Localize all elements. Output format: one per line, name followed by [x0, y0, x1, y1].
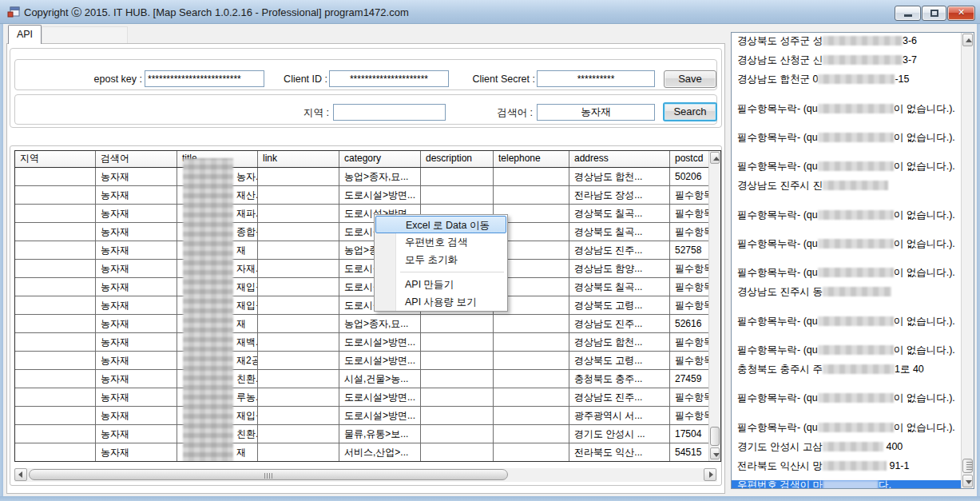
log-item-blank[interactable] — [732, 220, 961, 229]
grid-cell-tel[interactable] — [494, 407, 569, 425]
grid-row[interactable]: 농자재재서비스,산업>...전라북도 익산...54515 — [15, 443, 708, 461]
grid-row[interactable]: 농자재재입구도로시설>방면...경상북도 칠곡...필수항목누락 — [15, 278, 708, 296]
grid-cell-addr[interactable]: 경상북도 고령... — [569, 352, 670, 370]
grid-column-header-geo[interactable]: 지역 — [15, 151, 96, 167]
grid-vscroll-thumb[interactable] — [710, 427, 720, 446]
grid-cell-post[interactable]: 필수항목누락 — [670, 186, 708, 205]
grid-cell-addr[interactable]: 경상북도 칠곡... — [569, 223, 670, 241]
log-item[interactable]: 경상남도 산청군 신3-7 — [732, 55, 961, 65]
log-item-blank[interactable] — [732, 374, 961, 384]
grid-cell-kw[interactable]: 농자재 — [96, 278, 177, 296]
log-item[interactable]: 필수항목누락- (qu이 없습니다.). — [732, 345, 961, 355]
log-item[interactable]: 우편번호 검색이 마다. — [732, 480, 961, 489]
grid-cell-desc[interactable] — [421, 352, 494, 370]
log-vscroll-thumb[interactable] — [962, 459, 973, 473]
grid-column-header-tel[interactable]: telephone — [494, 151, 569, 167]
log-vscroll-up-button[interactable] — [962, 34, 973, 46]
minimize-button[interactable] — [895, 6, 921, 21]
grid-cell-geo[interactable] — [15, 388, 96, 407]
grid-row[interactable]: 농자재재입구도로시설>방면...광주광역시 서...필수항목누락 — [15, 407, 708, 425]
grid-cell-desc[interactable] — [421, 333, 494, 352]
grid-cell-kw[interactable]: 농자재 — [96, 425, 177, 443]
grid-cell-cat[interactable]: 농업>종자,묘... — [339, 168, 421, 186]
grid-cell-geo[interactable] — [15, 407, 96, 425]
grid-cell-addr[interactable]: 경상남도 진주... — [569, 388, 670, 407]
grid-column-header-desc[interactable]: description — [421, 151, 494, 167]
grid-cell-post[interactable]: 필수항목누락 — [670, 407, 708, 425]
grid-cell-addr[interactable]: 경상남도 합천... — [569, 168, 670, 186]
log-item[interactable]: 경상남도 진주시 진 — [732, 181, 961, 190]
log-vscroll-down-button[interactable] — [962, 475, 973, 487]
grid-cell-link[interactable] — [258, 241, 339, 260]
epost-key-field[interactable] — [145, 70, 264, 87]
grid-cell-geo[interactable] — [15, 168, 96, 186]
grid-cell-geo[interactable] — [15, 370, 96, 388]
grid-cell-kw[interactable]: 농자재 — [96, 241, 177, 260]
grid-cell-post[interactable]: 필수항목누락 — [670, 333, 708, 352]
log-listbox[interactable]: 경상북도 성주군 성3-6경상남도 산청군 신3-7경상남도 합천군 0-15필… — [731, 32, 974, 489]
grid-row[interactable]: 농자재재농업>종자,묘...경상남도 진주...52616 — [15, 315, 708, 333]
grid-row[interactable]: 농자재재산...도로시설>방면...전라남도 장성...필수항목누락 — [15, 186, 708, 205]
grid-cell-desc[interactable] — [421, 370, 494, 388]
log-item-blank[interactable] — [732, 113, 961, 123]
grid-cell-kw[interactable]: 농자재 — [96, 352, 177, 370]
grid-cell-cat[interactable]: 도로시설>방면... — [339, 352, 421, 370]
grid-cell-post[interactable]: 필수항목누락 — [670, 296, 708, 315]
log-item[interactable]: 필수항목누락- (qu이 없습니다.). — [732, 210, 961, 220]
grid-cell-addr[interactable]: 경상북도 칠곡... — [569, 278, 670, 296]
grid-cell-desc[interactable] — [421, 407, 494, 425]
grid-cell-geo[interactable] — [15, 352, 96, 370]
grid-cell-link[interactable] — [258, 333, 339, 352]
grid-cell-addr[interactable]: 경상북도 칠곡... — [569, 205, 670, 223]
grid-cell-post[interactable]: 17504 — [670, 425, 708, 443]
grid-cell-geo[interactable] — [15, 278, 96, 296]
menu-item-excel-export[interactable]: Excel 로 Data 이동 — [375, 216, 506, 233]
grid-cell-cat[interactable]: 도로시설>방면... — [339, 388, 421, 407]
grid-cell-addr[interactable]: 충청북도 충주... — [569, 370, 670, 388]
grid-cell-post[interactable]: 52758 — [670, 241, 708, 260]
grid-cell-cat[interactable]: 물류,유통>보... — [339, 425, 421, 443]
log-item[interactable]: 경상남도 진주시 동 — [732, 287, 961, 296]
grid-cell-link[interactable] — [258, 407, 339, 425]
grid-cell-geo[interactable] — [15, 315, 96, 333]
grid-cell-desc[interactable] — [421, 425, 494, 443]
grid-cell-tel[interactable] — [494, 370, 569, 388]
grid-row[interactable]: 농자재재농업>종자,묘...경상남도 진주...52758 — [15, 241, 708, 260]
log-item[interactable]: 필수항목누락- (qu이 없습니다.). — [732, 316, 961, 326]
close-button[interactable]: ✕ — [947, 6, 975, 21]
grid-cell-kw[interactable]: 농자재 — [96, 388, 177, 407]
grid-cell-addr[interactable]: 광주광역시 서... — [569, 407, 670, 425]
grid-cell-tel[interactable] — [494, 186, 569, 205]
grid-cell-link[interactable] — [258, 315, 339, 333]
grid-vscrollbar[interactable] — [708, 151, 720, 461]
log-item[interactable]: 경상남도 합천군 0-15 — [732, 74, 961, 84]
grid-row[interactable]: 농자재친환...시설,건물>농...충청북도 충주...27459 — [15, 370, 708, 388]
grid-cell-post[interactable]: 50206 — [670, 168, 708, 186]
grid-cell-desc[interactable] — [421, 186, 494, 205]
maximize-button[interactable] — [922, 6, 946, 21]
grid-cell-addr[interactable]: 경상북도 고령... — [569, 296, 670, 315]
grid-cell-desc[interactable] — [421, 443, 494, 461]
grid-hscrollbar[interactable] — [14, 468, 717, 482]
grid-cell-post[interactable]: 필수항목누락 — [670, 278, 708, 296]
grid-vscroll-up-button[interactable] — [710, 152, 720, 164]
grid-cell-addr[interactable]: 경상남도 합천... — [569, 333, 670, 352]
grid-cell-link[interactable] — [258, 296, 339, 315]
grid-cell-kw[interactable]: 농자재 — [96, 443, 177, 461]
grid-cell-tel[interactable] — [494, 315, 569, 333]
client-id-field[interactable] — [329, 70, 449, 87]
log-item[interactable]: 필수항목누락- (qu이 없습니다.). — [732, 423, 961, 432]
grid-cell-addr[interactable]: 경상남도 진주... — [569, 315, 670, 333]
grid-hscroll-right-button[interactable] — [704, 468, 716, 481]
grid-cell-link[interactable] — [258, 168, 339, 186]
grid-cell-geo[interactable] — [15, 223, 96, 241]
menu-item-api-usage[interactable]: API 사용량 보기 — [375, 293, 506, 311]
grid-cell-post[interactable]: 54515 — [670, 443, 708, 461]
grid-cell-kw[interactable]: 농자재 — [96, 370, 177, 388]
grid-cell-geo[interactable] — [15, 205, 96, 223]
log-item-blank[interactable] — [732, 249, 961, 258]
log-item[interactable]: 경상북도 성주군 성3-6 — [732, 36, 961, 46]
grid-cell-link[interactable] — [258, 352, 339, 370]
grid-cell-post[interactable]: 필수항목누락 — [670, 352, 708, 370]
grid-vscroll-down-button[interactable] — [710, 447, 720, 459]
